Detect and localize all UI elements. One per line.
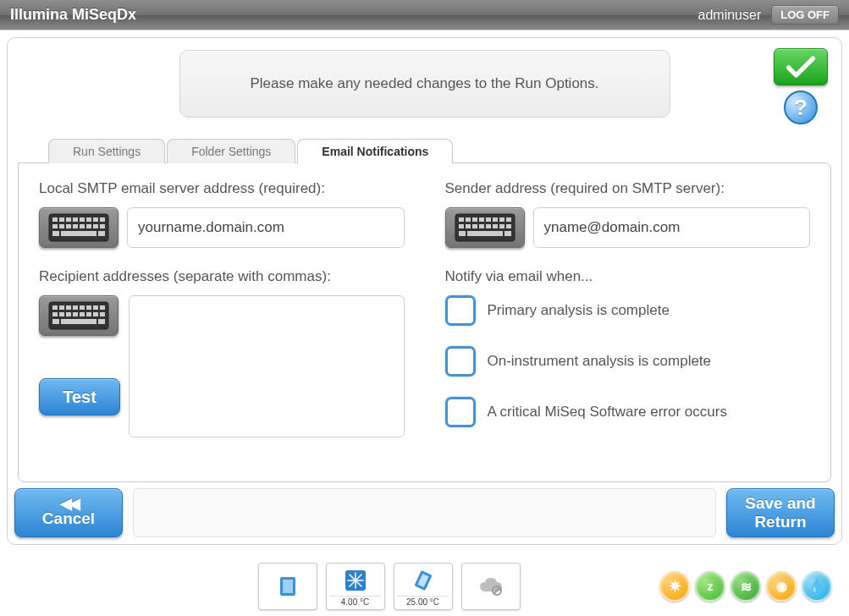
confirm-button[interactable] [774,48,828,85]
svg-rect-54 [493,224,498,228]
svg-rect-44 [479,217,484,222]
status-tile-chiller[interactable]: 4.00 °C [326,563,385,610]
svg-rect-3 [66,217,71,222]
svg-rect-32 [73,312,78,316]
keyboard-icon [48,213,109,242]
sender-label: Sender address (required on SMTP server)… [445,180,811,197]
keyboard-button-sender[interactable] [445,207,525,248]
tab-container: Run Settings Folder Settings Email Notif… [18,138,831,482]
svg-rect-50 [466,224,471,228]
wave-icon: ≋ [741,579,752,595]
tab-run-settings[interactable]: Run Settings [48,139,165,163]
keyboard-icon [455,213,515,242]
save-return-button[interactable]: Save and Return [726,488,835,537]
svg-rect-12 [73,224,78,228]
tab-folder-settings[interactable]: Folder Settings [167,139,295,163]
check-icon [786,55,816,79]
bottom-spacer [133,488,716,537]
droplet-icon: 💧 [808,577,826,596]
sender-input[interactable] [533,207,811,248]
svg-rect-55 [499,224,504,228]
chiller-temp: 4.00 °C [329,596,381,607]
indicator-wave[interactable]: ≋ [730,571,761,602]
help-icon: ? [794,95,808,121]
svg-rect-33 [80,312,85,316]
smtp-input[interactable] [127,207,405,248]
status-tile-flowcell[interactable]: 25.00 °C [394,563,453,610]
svg-rect-18 [61,231,96,236]
svg-rect-6 [86,217,91,222]
checkbox-error[interactable] [445,397,476,427]
sleep-icon: z [708,580,714,593]
status-tile-cloud[interactable] [461,563,521,610]
svg-rect-46 [493,217,498,222]
svg-rect-38 [61,319,96,324]
main-panel: ? Please make any needed changes to the … [7,37,842,545]
flowcell-temp: 25.00 °C [397,596,449,607]
svg-rect-31 [66,312,71,316]
indicator-droplet[interactable]: 💧 [802,571,832,602]
svg-rect-43 [472,217,477,222]
status-tile-door[interactable] [258,563,317,610]
svg-rect-48 [506,217,511,222]
smtp-label: Local SMTP email server address (require… [39,180,405,197]
svg-rect-14 [86,224,91,228]
svg-rect-2 [59,217,64,222]
recipients-input[interactable] [129,295,405,437]
tab-body: Local SMTP email server address (require… [18,162,831,482]
svg-rect-51 [472,224,477,228]
indicator-camera[interactable]: ◉ [766,571,797,602]
keyboard-button-recipients[interactable] [39,295,119,336]
cloud-disabled-icon [477,573,504,600]
status-tiles: 4.00 °C 25.00 °C [119,563,659,610]
svg-rect-11 [66,224,71,228]
svg-rect-34 [86,312,91,316]
svg-rect-35 [93,312,98,316]
current-user: adminuser [698,8,762,23]
checkbox-primary-label: Primary analysis is complete [488,302,670,319]
tab-email-notifications[interactable]: Email Notifications [297,139,453,163]
cancel-button[interactable]: ◀◀ Cancel [14,488,123,537]
right-column: Sender address (required on SMTP server)… [445,180,811,458]
camera-icon: ◉ [776,579,787,594]
svg-rect-57 [459,231,466,236]
svg-rect-17 [52,231,59,236]
svg-rect-30 [59,312,64,316]
snowflake-icon [342,567,369,594]
help-button[interactable]: ? [784,91,818,124]
cancel-label: Cancel [42,509,95,528]
svg-rect-61 [283,580,293,593]
svg-rect-10 [59,224,64,228]
svg-rect-4 [73,217,78,222]
svg-rect-42 [466,217,471,222]
checkbox-instrument-analysis[interactable] [445,346,476,377]
logoff-button[interactable]: LOG OFF [771,5,839,25]
svg-rect-26 [86,305,91,310]
svg-rect-7 [93,217,98,222]
test-button[interactable]: Test [39,378,120,415]
svg-rect-49 [459,224,464,228]
indicator-sleep[interactable]: z [695,571,725,602]
status-indicators: ✷ z ≋ ◉ 💧 [659,571,832,602]
svg-rect-5 [80,217,85,222]
svg-rect-9 [52,224,58,228]
svg-rect-24 [73,305,78,310]
svg-rect-29 [52,312,58,316]
keyboard-icon [48,301,109,330]
header-bar: Illumina MiSeqDx adminuser LOG OFF [0,0,849,30]
svg-rect-37 [52,319,59,324]
back-arrows-icon: ◀◀ [60,498,77,509]
svg-rect-0 [49,214,108,241]
checkbox-error-label: A critical MiSeq Software error occurs [488,404,727,421]
svg-rect-22 [59,305,64,310]
keyboard-button-smtp[interactable] [39,207,119,248]
checkbox-primary-analysis[interactable] [445,295,476,326]
gear-icon: ✷ [669,577,681,596]
indicator-gear[interactable]: ✷ [659,571,690,602]
svg-rect-25 [80,305,85,310]
svg-rect-27 [93,305,98,310]
bottom-bar: ◀◀ Cancel Save and Return [8,488,841,537]
svg-rect-56 [506,224,511,228]
svg-rect-20 [49,302,108,329]
svg-rect-15 [93,224,98,228]
